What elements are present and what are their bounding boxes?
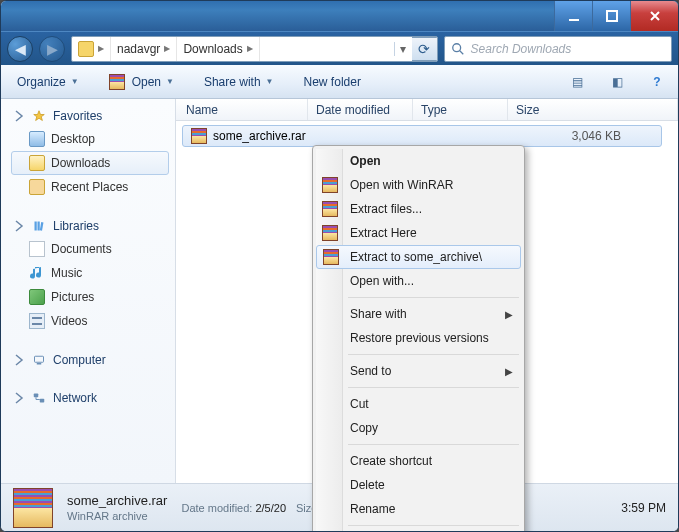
col-header-name[interactable]: Name (176, 99, 308, 120)
details-filename: some_archive.rar (67, 493, 167, 508)
address-segment-downloads[interactable]: Downloads ▶ (177, 37, 259, 61)
sidebar-label: Libraries (53, 219, 99, 233)
winrar-icon (322, 201, 338, 217)
chevron-right-icon: ▶ (164, 44, 170, 53)
ctx-copy[interactable]: Copy (316, 416, 521, 440)
sidebar-label: Favorites (53, 109, 102, 123)
address-dropdown-button[interactable]: ▾ (394, 42, 412, 56)
ctx-extract-here[interactable]: Extract Here (316, 221, 521, 245)
title-left[interactable] (1, 1, 554, 31)
tb-label: Open (132, 75, 161, 89)
sidebar-item-computer[interactable]: Computer (11, 349, 175, 371)
file-name: some_archive.rar (213, 129, 306, 143)
chevron-down-icon: ▼ (166, 77, 174, 86)
ctx-share-with[interactable]: Share with▶ (316, 302, 521, 326)
explorer-window: ◀ ▶ ▶ nadavgr ▶ Downloads ▶ ▾ ⟳ Search D… (0, 0, 679, 532)
nav-back-button[interactable]: ◀ (7, 36, 33, 62)
refresh-icon: ⟳ (418, 41, 430, 57)
organize-button[interactable]: Organize▼ (11, 71, 85, 93)
folder-icon (78, 41, 94, 57)
open-button[interactable]: Open▼ (103, 70, 180, 94)
sidebar-item-label: Pictures (51, 290, 94, 304)
sidebar-group-network: Network (11, 387, 175, 409)
sidebar-item-label: Downloads (51, 156, 110, 170)
sidebar-item-recent-places[interactable]: Recent Places (11, 175, 169, 199)
ctx-send-to[interactable]: Send to▶ (316, 359, 521, 383)
view-mode-button[interactable]: ▤ (566, 75, 588, 89)
winrar-icon (109, 74, 125, 90)
col-header-type[interactable]: Type (413, 99, 508, 120)
sidebar-item-desktop[interactable]: Desktop (11, 127, 169, 151)
new-folder-button[interactable]: New folder (298, 71, 367, 93)
search-icon (451, 42, 465, 56)
address-segment-label: Downloads (183, 42, 242, 56)
sidebar-header-libraries[interactable]: Libraries (11, 215, 175, 237)
chevron-icon (13, 110, 25, 122)
music-icon (29, 265, 45, 281)
winrar-icon (322, 225, 338, 241)
svg-rect-8 (35, 356, 44, 362)
folder-icon (29, 155, 45, 171)
desktop-icon (29, 131, 45, 147)
sidebar-item-label: Videos (51, 314, 87, 328)
preview-pane-button[interactable]: ◧ (606, 75, 628, 89)
sidebar-item-pictures[interactable]: Pictures (11, 285, 169, 309)
address-segment-user[interactable]: nadavgr ▶ (111, 37, 177, 61)
sidebar-item-videos[interactable]: Videos (11, 309, 169, 333)
file-row[interactable]: some_archive.rar 3,046 KB (182, 125, 662, 147)
sidebar-item-music[interactable]: Music (11, 261, 169, 285)
ctx-open[interactable]: Open (316, 149, 521, 173)
sidebar-group-computer: Computer (11, 349, 175, 371)
details-date-right: 3:59 PM (621, 501, 666, 515)
maximize-button[interactable] (592, 1, 630, 31)
minimize-button[interactable] (554, 1, 592, 31)
refresh-button[interactable]: ⟳ (412, 37, 438, 61)
close-button[interactable] (630, 1, 678, 31)
address-root[interactable]: ▶ (72, 37, 111, 61)
address-segment-label: nadavgr (117, 42, 160, 56)
svg-line-3 (459, 50, 463, 54)
submenu-arrow-icon: ▶ (505, 366, 513, 377)
ctx-open-with[interactable]: Open with... (316, 269, 521, 293)
ctx-restore-versions[interactable]: Restore previous versions (316, 326, 521, 350)
chevron-icon (13, 392, 25, 404)
sidebar-item-label: Desktop (51, 132, 95, 146)
submenu-arrow-icon: ▶ (505, 309, 513, 320)
chevron-icon (13, 354, 25, 366)
ctx-separator (348, 354, 519, 355)
svg-rect-6 (38, 222, 40, 231)
col-header-date[interactable]: Date modified (308, 99, 413, 120)
navigation-sidebar: Favorites Desktop Downloads Recent Place… (1, 99, 176, 483)
address-row: ◀ ▶ ▶ nadavgr ▶ Downloads ▶ ▾ ⟳ Search D… (1, 31, 678, 65)
toolbar: Organize▼ Open▼ Share with▼ New folder ▤… (1, 65, 678, 99)
search-input[interactable]: Search Downloads (444, 36, 672, 62)
tb-label: Organize (17, 75, 66, 89)
sidebar-item-downloads[interactable]: Downloads (11, 151, 169, 175)
titlebar (1, 1, 678, 31)
ctx-cut[interactable]: Cut (316, 392, 521, 416)
ctx-open-winrar[interactable]: Open with WinRAR (316, 173, 521, 197)
svg-rect-10 (34, 394, 39, 398)
svg-point-2 (452, 43, 460, 51)
tb-label: New folder (304, 75, 361, 89)
ctx-create-shortcut[interactable]: Create shortcut (316, 449, 521, 473)
chevron-down-icon: ▼ (266, 77, 274, 86)
libraries-icon (31, 218, 47, 234)
sidebar-item-documents[interactable]: Documents (11, 237, 169, 261)
share-with-button[interactable]: Share with▼ (198, 71, 280, 93)
address-bar[interactable]: ▶ nadavgr ▶ Downloads ▶ ▾ ⟳ (71, 36, 438, 62)
sidebar-item-network[interactable]: Network (11, 387, 175, 409)
file-name-cell[interactable]: some_archive.rar (183, 128, 309, 144)
nav-forward-button[interactable]: ▶ (39, 36, 65, 62)
ctx-separator (348, 444, 519, 445)
col-header-size[interactable]: Size (508, 99, 678, 120)
ctx-rename[interactable]: Rename (316, 497, 521, 521)
chevron-icon (13, 220, 25, 232)
ctx-delete[interactable]: Delete (316, 473, 521, 497)
pictures-icon (29, 289, 45, 305)
chevron-right-icon: ▶ (247, 44, 253, 53)
sidebar-header-favorites[interactable]: Favorites (11, 105, 175, 127)
ctx-extract-files[interactable]: Extract files... (316, 197, 521, 221)
help-button[interactable]: ? (646, 75, 668, 89)
ctx-extract-to[interactable]: Extract to some_archive\ (316, 245, 521, 269)
